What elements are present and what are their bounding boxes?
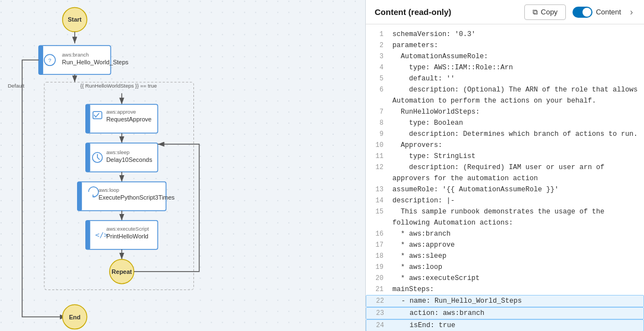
code-line-6: 6 description: (Optional) The ARN of the…: [366, 84, 644, 106]
svg-text:ExecutePythonScript3Times: ExecutePythonScript3Times: [99, 194, 175, 201]
code-line-21: 21mainSteps:: [366, 284, 644, 295]
svg-text:RequestApprove: RequestApprove: [106, 116, 152, 123]
svg-text:End: End: [69, 314, 80, 320]
svg-text:Repeat: Repeat: [111, 268, 132, 275]
chevron-right-icon[interactable]: ›: [628, 5, 635, 19]
code-line-4: 4 type: AWS::IAM::Role::Arn: [366, 62, 644, 73]
svg-text:aws:branch: aws:branch: [62, 52, 89, 58]
code-line-7: 7 RunHelloWorldSteps:: [366, 106, 644, 118]
code-line-11: 11 type: StringList: [366, 151, 644, 162]
svg-text:aws:sleep: aws:sleep: [106, 149, 130, 155]
svg-text:Run_Hello_World_Steps: Run_Hello_World_Steps: [62, 59, 129, 65]
svg-rect-24: [78, 182, 82, 211]
code-line-3: 3 AutomationAssumeRole:: [366, 51, 644, 62]
code-line-23: 23 action: aws:branch: [366, 307, 644, 319]
svg-rect-14: [86, 104, 90, 133]
code-line-18: 18 * aws:sleep: [366, 251, 644, 262]
code-line-16: 16 * aws:branch: [366, 228, 644, 240]
svg-text:PrintHelloWorld: PrintHelloWorld: [106, 233, 149, 240]
svg-text:aws:approve: aws:approve: [106, 109, 136, 115]
copy-icon: ⧉: [533, 8, 538, 17]
panel-title: Content (read-only): [375, 7, 518, 17]
svg-text:Start: Start: [68, 16, 81, 23]
code-line-10: 10 Approvers:: [366, 140, 644, 151]
code-line-22: 22 - name: Run_Hello_World_Steps: [366, 295, 644, 307]
code-line-19: 19 * aws:loop: [366, 262, 644, 273]
svg-text:?: ?: [48, 57, 52, 63]
svg-rect-19: [86, 143, 90, 172]
copy-label: Copy: [541, 8, 558, 16]
code-line-14: 14description: |-: [366, 195, 644, 206]
toggle-label: Content: [596, 8, 621, 16]
code-viewer-panel: Content (read-only) ⧉ Copy Content › 1sc…: [366, 0, 644, 331]
code-line-9: 9 description: Determines which branch o…: [366, 129, 644, 140]
svg-rect-28: [86, 221, 90, 249]
svg-text:{{ RunHelloWorldSteps }} == tr: {{ RunHelloWorldSteps }} == true: [80, 83, 157, 89]
toggle-switch[interactable]: [573, 7, 592, 18]
code-line-17: 17 * aws:approve: [366, 240, 644, 251]
code-line-1: 1schemaVersion: '0.3': [366, 29, 644, 40]
code-line-12: 12 description: (Required) IAM user or u…: [366, 162, 644, 184]
flow-diagram-panel: Start ? aws:branch Run_Hello_World_Steps…: [0, 0, 366, 331]
code-line-5: 5 default: '': [366, 73, 644, 84]
svg-text:Delay10Seconds: Delay10Seconds: [106, 156, 152, 163]
code-line-8: 8 type: Boolean: [366, 118, 644, 129]
code-line-20: 20 * aws:executeScript: [366, 273, 644, 284]
content-toggle[interactable]: Content: [573, 7, 621, 18]
svg-rect-5: [39, 45, 43, 74]
code-line-15: 15 This sample runbook demonstrates the …: [366, 206, 644, 228]
svg-text:aws:executeScript: aws:executeScript: [106, 226, 149, 232]
code-line-13: 13assumeRole: '{{ AutomationAssumeRole }…: [366, 184, 644, 195]
code-content: 1schemaVersion: '0.3' 2parameters: 3 Aut…: [366, 24, 644, 331]
code-line-24: 24 isEnd: true: [366, 319, 644, 331]
code-header: Content (read-only) ⧉ Copy Content ›: [366, 0, 644, 24]
svg-text:aws:loop: aws:loop: [99, 187, 119, 193]
copy-button[interactable]: ⧉ Copy: [524, 4, 566, 20]
code-line-2: 2parameters:: [366, 40, 644, 51]
